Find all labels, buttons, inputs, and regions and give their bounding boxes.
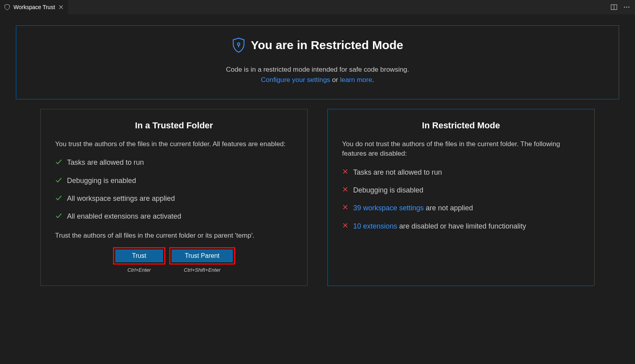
workspace-settings-link[interactable]: 39 workspace settings (353, 204, 424, 212)
list-item: Debugging is enabled (55, 176, 293, 186)
list-item: All workspace settings are applied (55, 194, 293, 204)
svg-point-3 (626, 7, 627, 8)
x-icon (342, 222, 348, 229)
trust-parent-kbd-hint: Ctrl+Shift+Enter (184, 267, 221, 273)
banner-description: Code is in a restricted mode intended fo… (24, 65, 611, 86)
restricted-feature-list: Tasks are not allowed to run Debugging i… (342, 168, 580, 231)
list-item: Debugging is disabled (342, 185, 580, 195)
list-item: Tasks are allowed to run (55, 158, 293, 168)
trust-parent-button[interactable]: Trust Parent (172, 250, 233, 262)
shield-lock-icon (232, 38, 245, 53)
trusted-panel-desc: You trust the authors of the files in th… (55, 139, 293, 149)
extensions-link[interactable]: 10 extensions (353, 222, 397, 230)
tab-bar: Workspace Trust (0, 0, 635, 14)
list-item: All enabled extensions are activated (55, 212, 293, 221)
check-icon (55, 212, 62, 219)
svg-point-2 (624, 7, 625, 8)
check-icon (55, 177, 62, 184)
check-icon (55, 158, 62, 166)
tab-title: Workspace Trust (13, 4, 55, 10)
svg-point-5 (237, 43, 240, 45)
more-actions-icon[interactable] (623, 4, 630, 11)
trust-kbd-hint: Ctrl+Enter (128, 267, 151, 273)
trust-button[interactable]: Trust (115, 250, 163, 262)
split-editor-icon[interactable] (610, 4, 618, 11)
banner-title: You are in Restricted Mode (251, 38, 404, 52)
list-item: 39 workspace settings are not applied (342, 203, 580, 213)
x-icon (342, 204, 348, 210)
list-item: Tasks are not allowed to run (342, 168, 580, 177)
close-icon[interactable] (58, 4, 64, 10)
list-item: 10 extensions are disabled or have limit… (342, 221, 580, 231)
check-icon (55, 194, 62, 202)
trusted-folder-panel: In a Trusted Folder You trust the author… (40, 109, 308, 286)
svg-point-4 (628, 7, 629, 8)
learn-more-link[interactable]: learn more (340, 76, 372, 84)
restricted-mode-banner: You are in Restricted Mode Code is in a … (16, 25, 619, 99)
trusted-panel-title: In a Trusted Folder (55, 120, 293, 131)
tab-workspace-trust[interactable]: Workspace Trust (0, 0, 68, 14)
x-icon (342, 168, 348, 175)
trust-button-highlight: Trust (113, 247, 165, 265)
restricted-panel-title: In Restricted Mode (342, 120, 580, 131)
editor-body: You are in Restricted Mode Code is in a … (0, 14, 635, 286)
restricted-mode-panel: In Restricted Mode You do not trust the … (327, 109, 595, 286)
configure-settings-link[interactable]: Configure your settings (261, 76, 330, 84)
x-icon (342, 186, 348, 192)
shield-icon (4, 4, 10, 10)
editor-actions (610, 4, 633, 11)
restricted-panel-desc: You do not trust the authors of the file… (342, 139, 580, 159)
trusted-action-desc: Trust the authors of all files in the cu… (55, 231, 293, 241)
trusted-feature-list: Tasks are allowed to run Debugging is en… (55, 158, 293, 221)
trust-parent-button-highlight: Trust Parent (169, 247, 235, 265)
